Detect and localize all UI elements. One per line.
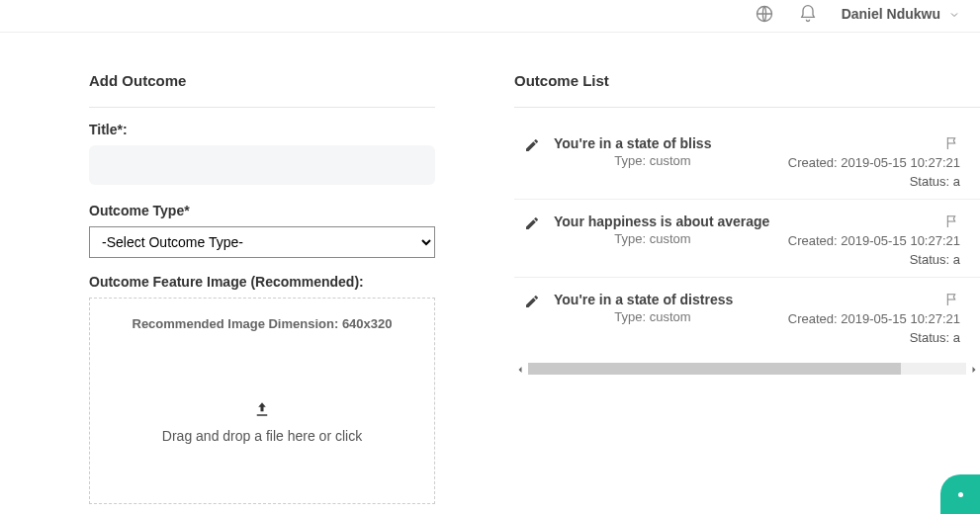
outcome-status: Status: a [910,174,960,189]
outcome-created: Created: 2019-05-15 10:27:21 [788,311,960,326]
recommended-dimensions: Recommended Image Dimension: 640x320 [100,316,424,331]
scroll-right-icon[interactable] [968,363,980,375]
scroll-left-icon[interactable] [514,363,526,375]
outcome-title: Your happiness is about average [554,214,772,229]
outcome-type: Type: custom [554,231,752,246]
edit-icon[interactable] [524,294,540,309]
user-menu[interactable]: Daniel Ndukwu [842,6,960,22]
scrollbar-thumb[interactable] [528,363,901,375]
globe-icon[interactable] [755,4,774,24]
edit-icon[interactable] [524,137,540,153]
outcome-status: Status: a [910,330,960,345]
outcome-type: Type: custom [554,309,752,324]
title-input[interactable] [89,145,435,185]
user-name: Daniel Ndukwu [842,6,940,22]
divider [514,107,980,108]
flag-icon[interactable] [944,292,960,307]
outcome-row: Your happiness is about averageType: cus… [514,199,980,277]
title-label: Title*: [89,122,435,137]
flag-icon[interactable] [944,135,960,151]
outcome-list-panel: Outcome List You're in a state of blissT… [455,72,980,504]
outcome-status: Status: a [910,252,960,267]
divider [89,107,435,108]
flag-icon[interactable] [944,214,960,229]
outcome-created: Created: 2019-05-15 10:27:21 [788,155,960,170]
outcome-type-select[interactable]: -Select Outcome Type- [89,226,435,258]
scrollbar-track[interactable] [528,363,966,375]
chat-widget[interactable] [940,474,980,514]
outcome-row: You're in a state of blissType: customCr… [514,122,980,199]
add-outcome-panel: Add Outcome Title*: Outcome Type* -Selec… [0,72,455,504]
type-label: Outcome Type* [89,203,435,218]
edit-icon[interactable] [524,215,540,231]
outcome-title: You're in a state of bliss [554,135,772,151]
horizontal-scrollbar[interactable] [514,363,980,375]
chat-icon [958,492,963,497]
upload-dropzone[interactable]: Recommended Image Dimension: 640x320 Dra… [89,298,435,504]
image-label: Outcome Feature Image (Recommended): [89,274,435,290]
chevron-down-icon [948,8,960,20]
upload-icon [253,400,271,418]
upload-instruction: Drag and drop a file here or click [100,428,424,444]
outcome-rows-container: You're in a state of blissType: customCr… [514,122,980,355]
outcome-type: Type: custom [554,153,752,168]
add-outcome-heading: Add Outcome [89,72,435,89]
main-content: Add Outcome Title*: Outcome Type* -Selec… [0,33,980,514]
outcome-title: You're in a state of distress [554,292,772,307]
bell-icon[interactable] [798,4,818,24]
outcome-created: Created: 2019-05-15 10:27:21 [788,233,960,248]
outcome-list-heading: Outcome List [514,72,980,89]
header-bar: Daniel Ndukwu [0,0,980,33]
outcome-row: You're in a state of distressType: custo… [514,277,980,355]
